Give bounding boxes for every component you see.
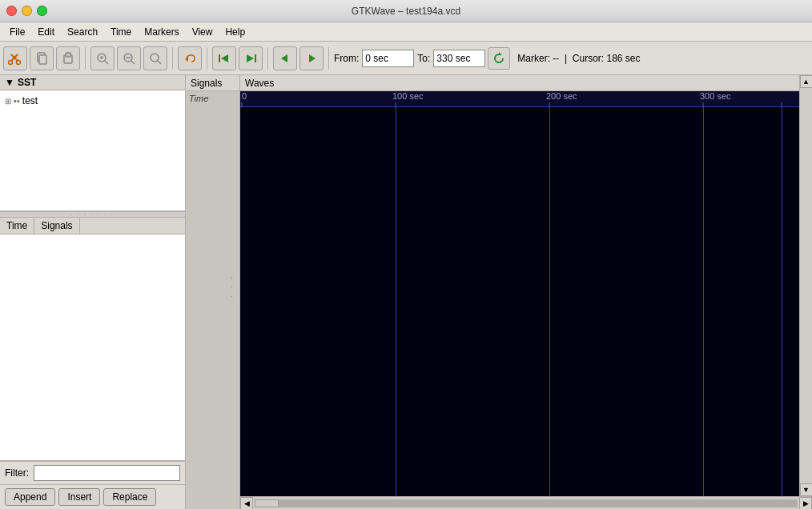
menu-search[interactable]: Search: [61, 25, 104, 39]
svg-marker-24: [499, 52, 502, 55]
replace-button[interactable]: Replace: [103, 488, 156, 506]
signals-labels-body: Time · · ·: [186, 91, 239, 509]
right-panel: Signals Time · · · Waves 0 100 sec 200: [186, 75, 812, 509]
hscroll-track: [255, 499, 798, 507]
menubar: File Edit Search Time Markers View Help: [0, 22, 812, 42]
waves-header: Waves: [240, 75, 799, 91]
to-label: To:: [417, 53, 430, 64]
ruler-mark-200: 200 sec: [546, 91, 577, 101]
tree-signal-icon: ▪▪: [14, 96, 20, 106]
go-prev-button[interactable]: [273, 46, 297, 70]
sst-collapse-icon[interactable]: ▼: [5, 77, 14, 88]
go-begin-button[interactable]: [212, 46, 236, 70]
svg-rect-18: [219, 54, 220, 62]
right-top: Signals Time · · · Waves 0 100 sec 200: [186, 75, 812, 509]
time-row-label: Time: [186, 91, 239, 106]
svg-line-16: [158, 61, 161, 64]
go-end-button[interactable]: [239, 46, 263, 70]
sst-tree: ⊞ ▪▪ test: [0, 90, 185, 111]
action-buttons: Append Insert Replace: [0, 484, 185, 509]
svg-rect-5: [39, 55, 46, 64]
toolbar-sep-3: [207, 47, 207, 70]
vscroll-down-arrow[interactable]: ▼: [800, 483, 813, 496]
svg-point-2: [9, 60, 13, 64]
window-controls: [6, 6, 47, 16]
cursor-line-2: [549, 107, 550, 496]
insert-button[interactable]: Insert: [58, 488, 100, 506]
from-input[interactable]: [362, 50, 414, 67]
from-label: From:: [334, 53, 359, 64]
vscroll-up-arrow[interactable]: ▲: [800, 75, 813, 88]
signals-section: Time Signals: [0, 218, 185, 461]
svg-marker-19: [221, 54, 228, 62]
refresh-button[interactable]: [488, 47, 510, 70]
zoom-out-button[interactable]: [117, 46, 141, 70]
sst-tree-item-test[interactable]: ⊞ ▪▪ test: [3, 94, 182, 108]
signals-labels-header: Signals: [186, 75, 239, 91]
marker-label: Marker: --: [517, 53, 559, 64]
hscroll-left-arrow[interactable]: ◀: [240, 497, 253, 510]
svg-rect-20: [255, 54, 256, 62]
svg-marker-21: [247, 54, 254, 62]
waves-area[interactable]: [240, 107, 799, 496]
sst-section: ▼ SST ⊞ ▪▪ test: [0, 75, 185, 211]
tree-item-label: test: [22, 95, 38, 106]
waves-ruler: 0 100 sec 200 sec 300 sec: [240, 91, 799, 107]
cut-button[interactable]: [3, 46, 27, 70]
ruler-mark-0: 0: [242, 91, 247, 101]
sst-header: ▼ SST: [0, 75, 185, 90]
toolbar: From: To: Marker: -- | Cursor: 186 sec: [0, 42, 812, 75]
copy-button[interactable]: [30, 46, 54, 70]
paste-button[interactable]: [56, 46, 80, 70]
drag-handle[interactable]: · · · · · · ·: [0, 211, 185, 218]
undo-button[interactable]: [178, 46, 202, 70]
svg-line-13: [131, 61, 135, 64]
toolbar-sep-2: [172, 47, 173, 70]
waves-vscrollbar: ▲ ▼: [799, 75, 812, 496]
zoom-in-button[interactable]: [90, 46, 115, 70]
filter-label: Filter:: [5, 467, 29, 479]
cursor-line-3: [703, 107, 704, 496]
close-button[interactable]: [6, 6, 17, 16]
menu-file[interactable]: File: [3, 25, 31, 39]
svg-marker-22: [281, 54, 287, 62]
cursor-line-4: [782, 107, 782, 496]
titlebar: GTKWave – test194a.vcd: [0, 0, 812, 22]
menu-view[interactable]: View: [186, 25, 219, 39]
minimize-button[interactable]: [22, 6, 32, 16]
toolbar-sep-1: [85, 47, 86, 70]
menu-edit[interactable]: Edit: [31, 25, 61, 39]
type-col-header: Time: [0, 218, 34, 234]
toolbar-sep-4: [267, 47, 268, 70]
hscroll-thumb[interactable]: [255, 499, 279, 507]
zoom-fit-button[interactable]: [143, 46, 167, 70]
sst-title: SST: [18, 77, 36, 88]
to-input[interactable]: [433, 50, 485, 67]
filter-row: Filter:: [0, 461, 185, 484]
menu-help[interactable]: Help: [219, 25, 251, 39]
svg-rect-7: [66, 53, 70, 57]
tree-expand-icon[interactable]: ⊞: [5, 97, 11, 106]
toolbar-sep-5: [328, 47, 329, 70]
hscroll-right-arrow[interactable]: ▶: [799, 497, 812, 510]
time-range: From: To:: [334, 50, 485, 67]
cursor-label: Cursor: 186 sec: [573, 53, 641, 64]
svg-point-15: [151, 54, 159, 62]
ruler-mark-300: 300 sec: [700, 91, 731, 101]
go-next-button[interactable]: [299, 46, 324, 70]
left-panel: ▼ SST ⊞ ▪▪ test · · · · · · · Time Signa…: [0, 75, 186, 509]
window-title: GTKWave – test194a.vcd: [352, 6, 460, 17]
signals-col-header: Signals: [34, 218, 79, 234]
append-button[interactable]: Append: [5, 488, 55, 506]
menu-time[interactable]: Time: [104, 25, 138, 39]
vertical-drag-dots[interactable]: · · ·: [227, 277, 236, 300]
waves-panel: Waves 0 100 sec 200 sec 300 sec: [240, 75, 812, 509]
menu-markers[interactable]: Markers: [138, 25, 185, 39]
svg-marker-23: [309, 54, 316, 62]
waves-hscrollbar: ◀ ▶: [240, 496, 812, 509]
signals-header: Time Signals: [0, 218, 185, 234]
svg-line-9: [105, 61, 108, 64]
filter-input[interactable]: [34, 465, 180, 481]
maximize-button[interactable]: [37, 6, 47, 16]
ruler-mark-100: 100 sec: [392, 91, 424, 101]
